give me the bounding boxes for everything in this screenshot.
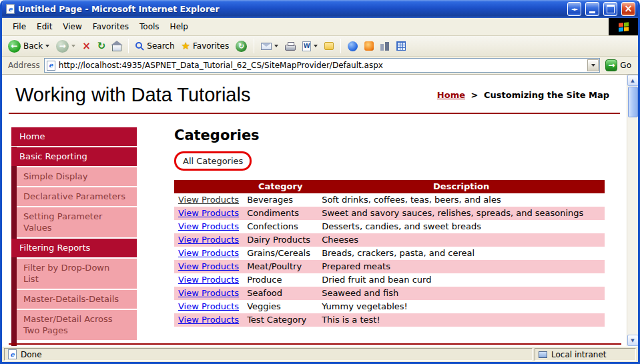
sidebar-item-declarative-parameters[interactable]: Declarative Parameters — [17, 187, 137, 206]
scrollbar-thumb[interactable] — [628, 87, 638, 117]
history-icon: ↻ — [236, 41, 247, 52]
browser-window: e Untitled Page - Microsoft Internet Exp… — [0, 0, 640, 364]
menu-file[interactable]: File — [7, 19, 31, 35]
table-row: View Products Produce Dried fruit and be… — [174, 273, 605, 287]
address-input[interactable]: e http://localhost:4935/ASPNET_Data_Tuto… — [44, 58, 601, 73]
menu-edit[interactable]: Edit — [31, 19, 57, 35]
edit-button[interactable]: W — [300, 40, 320, 53]
menu-help[interactable]: Help — [165, 19, 194, 35]
vertical-scrollbar[interactable]: ▲ ▼ — [627, 75, 638, 346]
back-dropdown-arrow[interactable] — [45, 45, 49, 47]
maximize-button[interactable] — [603, 2, 617, 16]
menu-view[interactable]: View — [57, 19, 87, 35]
sidebar-item-master-detail-across-two-pages[interactable]: Master/Detail Across Two Pages — [17, 310, 137, 340]
mail-dropdown-arrow[interactable] — [274, 45, 278, 47]
discuss-button[interactable] — [322, 41, 336, 51]
view-products-link[interactable]: View Products — [178, 208, 239, 218]
page-title: Working with Data Tutorials — [15, 84, 250, 106]
sidebar-menu: Home Basic Reporting Simple Display Decl… — [11, 127, 137, 341]
home-button[interactable] — [109, 40, 124, 53]
chevron-down-icon — [591, 64, 595, 67]
view-products-link[interactable]: View Products — [178, 195, 239, 205]
favorites-button[interactable]: ★ Favorites — [179, 40, 232, 53]
back-button[interactable]: ← Back — [5, 39, 52, 54]
view-products-link[interactable]: View Products — [178, 221, 239, 231]
category-cell: Meat/Poultry — [243, 260, 318, 273]
addon-button-3[interactable] — [378, 41, 392, 52]
mail-button[interactable] — [258, 41, 281, 51]
address-url[interactable]: http://localhost:4935/ASPNET_Data_Tutori… — [59, 61, 585, 70]
title-bar[interactable]: e Untitled Page - Microsoft Internet Exp… — [2, 0, 638, 18]
sidebar-item-filtering-reports[interactable]: Filtering Reports — [11, 239, 137, 257]
page-body: Home Basic Reporting Simple Display Decl… — [2, 127, 627, 341]
menu-favorites[interactable]: Favorites — [87, 19, 134, 35]
sidebar-item-setting-parameter-values[interactable]: Setting Parameter Values — [17, 207, 137, 237]
view-products-link[interactable]: View Products — [178, 235, 239, 245]
table-row: View Products Veggies Yummy vegetables! — [174, 300, 605, 313]
page-bottom-divider — [9, 343, 621, 345]
table-row: View Products Beverages Soft drinks, cof… — [174, 193, 605, 207]
refresh-icon: ↻ — [97, 41, 106, 51]
view-products-link[interactable]: View Products — [178, 248, 239, 258]
header-divider — [9, 113, 620, 114]
zone-text: Local intranet — [551, 350, 607, 359]
view-products-link[interactable]: View Products — [178, 315, 239, 325]
table-row: View Products Test Category This is a te… — [174, 313, 605, 327]
breadcrumb-current: Customizing the Site Map — [484, 90, 609, 100]
view-products-link[interactable]: View Products — [178, 288, 239, 298]
toolbar-separator — [128, 39, 129, 53]
search-label: Search — [147, 41, 174, 51]
toolbar-separator — [340, 39, 341, 53]
sidebar-item-home[interactable]: Home — [11, 127, 137, 146]
view-products-link[interactable]: View Products — [178, 261, 239, 271]
blue-addon-icon — [348, 41, 358, 51]
main-content: Categories All Categories Category Descr… — [137, 127, 627, 327]
description-cell: Soft drinks, coffees, teas, beers, and a… — [318, 193, 605, 207]
breadcrumb: Home > Customizing the Site Map — [437, 90, 609, 100]
favorites-star-icon: ★ — [182, 41, 190, 51]
scroll-up-button[interactable]: ▲ — [627, 75, 639, 86]
description-cell: Cheeses — [318, 233, 605, 247]
sidebar-item-simple-display[interactable]: Simple Display — [17, 167, 137, 186]
local-intranet-icon — [539, 351, 547, 358]
back-icon: ← — [8, 40, 21, 53]
sidebar-item-master-details-details[interactable]: Master-Details-Details — [17, 290, 137, 309]
category-cell: Grains/Cereals — [243, 247, 318, 260]
window-arrows-button[interactable]: ◄► — [567, 2, 581, 16]
ie-app-icon: e — [6, 4, 15, 14]
discuss-icon — [324, 42, 334, 50]
security-zone-pane: Local intranet — [535, 348, 636, 361]
messenger-button[interactable] — [345, 40, 360, 53]
view-products-link[interactable]: View Products — [178, 275, 239, 285]
sidebar-item-basic-reporting[interactable]: Basic Reporting — [11, 147, 137, 166]
print-icon — [285, 45, 296, 51]
stop-button[interactable]: × — [79, 40, 93, 53]
addon-button-2[interactable] — [362, 40, 376, 52]
stop-icon: × — [82, 41, 91, 51]
history-button[interactable]: ↻ — [233, 39, 250, 53]
status-message-pane: e Done — [4, 348, 533, 361]
edit-dropdown-arrow[interactable] — [314, 45, 318, 47]
search-button[interactable]: Search — [133, 40, 177, 52]
minimize-button[interactable] — [585, 2, 599, 16]
menu-tools[interactable]: Tools — [134, 19, 165, 35]
breadcrumb-separator: > — [471, 90, 478, 100]
all-categories-menu-item[interactable]: All Categories — [183, 156, 243, 166]
forward-button[interactable]: → — [53, 39, 78, 54]
view-products-link[interactable]: View Products — [178, 301, 239, 311]
sidebar-item-filter-by-drop-down-list[interactable]: Filter by Drop-Down List — [17, 259, 137, 289]
print-button[interactable] — [282, 40, 298, 52]
home-icon — [112, 45, 121, 51]
categories-table: Category Description View Products Bever… — [174, 180, 605, 327]
page-icon: e — [47, 61, 55, 71]
scroll-down-button[interactable]: ▼ — [627, 335, 639, 346]
breadcrumb-home-link[interactable]: Home — [437, 90, 465, 100]
close-button[interactable]: × — [621, 2, 635, 16]
refresh-button[interactable]: ↻ — [95, 40, 109, 53]
addon-button-4[interactable] — [394, 40, 408, 52]
forward-dropdown-arrow[interactable] — [71, 45, 75, 47]
address-dropdown-button[interactable] — [587, 59, 599, 71]
table-header-empty — [174, 180, 243, 193]
table-row: View Products Meat/Poultry Prepared meat… — [174, 260, 605, 273]
go-button[interactable]: → Go — [604, 59, 635, 71]
